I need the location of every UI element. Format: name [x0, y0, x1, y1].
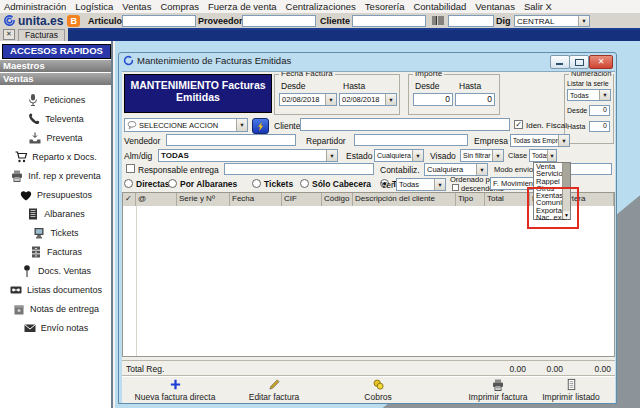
close-tab-icon[interactable]: ✕ — [3, 29, 15, 40]
chevron-down-icon[interactable]: ▼ — [558, 135, 569, 146]
menu-item-4[interactable]: Fuerza de venta — [208, 1, 277, 12]
sidebar-item-facturas[interactable]: Facturas — [0, 242, 111, 261]
listar-serie-label: Listar la serie — [567, 80, 609, 87]
printer-icon — [10, 169, 24, 183]
barcode-input[interactable] — [448, 15, 494, 27]
responsable-label: Responsable entrega — [138, 165, 219, 175]
dig-select[interactable]: CENTRAL▼ — [514, 15, 590, 27]
repartidor-input[interactable] — [354, 134, 468, 146]
sidebar-item-peticiones[interactable]: Peticiones — [0, 90, 111, 109]
action-editar-factura[interactable]: Editar factura — [222, 378, 326, 402]
column-header-0[interactable]: ✓ — [123, 193, 136, 206]
fecha-factura-legend: Fecha Factura — [279, 71, 335, 78]
execute-action-button[interactable] — [252, 118, 269, 134]
radio-s-lo-cabecera[interactable] — [300, 179, 309, 188]
fecha-desde-select[interactable]: 02/08/2018▼ — [279, 93, 337, 106]
chevron-down-icon[interactable]: ▼ — [547, 150, 556, 161]
chevron-down-icon[interactable]: ▼ — [326, 150, 337, 161]
column-header-2[interactable]: Serie y Nº — [177, 193, 230, 206]
sidebar-item-docs-ventas[interactable]: Docs. Ventas — [0, 261, 111, 280]
cliente-filter-input[interactable] — [300, 118, 510, 131]
radio-tickets[interactable] — [252, 179, 261, 188]
blogger-badge-icon[interactable]: B — [67, 15, 80, 27]
sidebar-item-tickets[interactable]: Tickets — [0, 223, 111, 242]
action-imprimir-listado[interactable]: Imprimir listado — [528, 378, 614, 402]
menu-item-3[interactable]: Compras — [160, 1, 199, 12]
menu-item-2[interactable]: Ventas — [122, 1, 151, 12]
column-header-6[interactable]: Descripción del cliente — [353, 193, 456, 206]
sidebar-section-maestros[interactable]: Maestros — [0, 60, 111, 72]
sidebar-item-presupuestos[interactable]: Presupuestos — [0, 185, 111, 204]
estado-select[interactable]: Cualquiera▼ — [374, 149, 424, 162]
sidebar-item-env-o-notas[interactable]: Envío notas — [0, 318, 111, 337]
accion-select[interactable]: SELECCIONE ACCION ▼ — [124, 118, 248, 132]
column-header-3[interactable]: Fecha — [230, 193, 282, 206]
menu-item-5[interactable]: Centralizaciones — [286, 1, 356, 12]
sidebar-item-inf-rep-x-preventa[interactable]: Inf. rep x preventa — [0, 166, 111, 185]
cliente-input[interactable] — [352, 15, 426, 27]
sidebar-item-notas-de-entrega[interactable]: Notas de entrega — [0, 299, 111, 318]
responsable-checkbox[interactable] — [126, 164, 135, 173]
sidebar-item-listas-documentos[interactable]: Listas documentos — [0, 280, 111, 299]
sidebar-section-ventas[interactable]: Ventas — [0, 73, 111, 85]
maximize-button[interactable] — [569, 55, 589, 69]
tab-strip: ✕ Facturas — [0, 30, 640, 41]
serie-select[interactable]: Todas▼ — [567, 89, 611, 101]
menu-item-9[interactable]: Salir X — [524, 1, 552, 12]
chevron-down-icon[interactable]: ▼ — [476, 164, 487, 175]
scrollbar-thumb[interactable] — [563, 163, 570, 189]
visado-value: Sin filtrar — [461, 152, 492, 159]
num-hasta-input[interactable]: 0 — [589, 121, 610, 132]
responsable-input[interactable] — [224, 163, 374, 175]
chevron-down-icon[interactable]: ▼ — [434, 179, 445, 190]
action-cobros[interactable]: Cobros — [328, 378, 428, 402]
iden-fiscal-checkbox[interactable]: ✓ — [514, 120, 523, 129]
ver-select[interactable]: Todas▼ — [396, 178, 446, 191]
minimize-button[interactable] — [550, 55, 570, 69]
column-header-4[interactable]: CIF — [282, 193, 322, 206]
coins-icon — [328, 378, 428, 391]
radio-directas[interactable] — [124, 179, 133, 188]
clase-factura-select[interactable]: Todas▼ — [529, 149, 557, 162]
menu-item-8[interactable]: Ventanas — [475, 1, 515, 12]
tab-facturas[interactable]: Facturas — [18, 29, 65, 41]
num-desde-input[interactable]: 0 — [589, 105, 610, 116]
almdig-label: Alm/dig — [124, 151, 152, 161]
importe-hasta-input[interactable]: 0 — [455, 93, 495, 106]
column-header-1[interactable]: @ — [136, 193, 177, 206]
menu-item-0[interactable]: Administración — [4, 1, 66, 12]
menu-item-1[interactable]: Logística — [75, 1, 113, 12]
column-header-5[interactable]: Código — [322, 193, 353, 206]
menu-item-6[interactable]: Tesorería — [365, 1, 405, 12]
sidebar-item-label: Tickets — [50, 228, 78, 238]
monitor-icon — [32, 226, 46, 240]
column-header-7[interactable]: Tipo — [456, 193, 485, 206]
chevron-down-icon[interactable]: ▼ — [599, 90, 610, 100]
chevron-down-icon[interactable]: ▼ — [412, 150, 423, 161]
empresa-select[interactable]: Todas las Empresas▼ — [510, 134, 570, 147]
fecha-hasta-select[interactable]: 02/08/2018▼ — [339, 93, 397, 106]
chevron-down-icon[interactable]: ▼ — [492, 150, 503, 161]
sidebar-item-reparto-x-docs-[interactable]: Reparto x Docs. — [0, 147, 111, 166]
menu-item-7[interactable]: Contabilidad — [413, 1, 466, 12]
empresa-label: Empresa — [474, 136, 508, 146]
vendedor-input[interactable] — [166, 134, 296, 146]
sidebar-item-albaranes[interactable]: Albaranes — [0, 204, 111, 223]
chevron-down-icon[interactable]: ▼ — [325, 94, 336, 105]
column-header-8[interactable]: Total — [485, 193, 530, 206]
chevron-down-icon[interactable]: ▼ — [385, 94, 396, 105]
radio-por-albaranes[interactable] — [168, 179, 177, 188]
visado-select[interactable]: Sin filtrar▼ — [460, 149, 504, 162]
almdig-select[interactable]: TODAS▼ — [158, 149, 338, 162]
close-button[interactable]: ✕ — [589, 55, 613, 69]
chevron-down-icon[interactable]: ▼ — [236, 119, 247, 131]
proveedor-input[interactable] — [242, 15, 316, 27]
articulo-input[interactable] — [122, 15, 196, 27]
sidebar-item-preventa[interactable]: Preventa — [0, 128, 111, 147]
action-nueva-factura-directa[interactable]: Nueva factura directa — [122, 378, 228, 402]
chevron-down-icon[interactable]: ▼ — [578, 16, 589, 26]
descendente-checkbox[interactable] — [452, 184, 459, 191]
sidebar-item-televenta[interactable]: Televenta — [0, 109, 111, 128]
importe-desde-input[interactable]: 0 — [413, 93, 453, 106]
sidebar-header: ACCESOS RAPIDOS — [2, 44, 111, 59]
